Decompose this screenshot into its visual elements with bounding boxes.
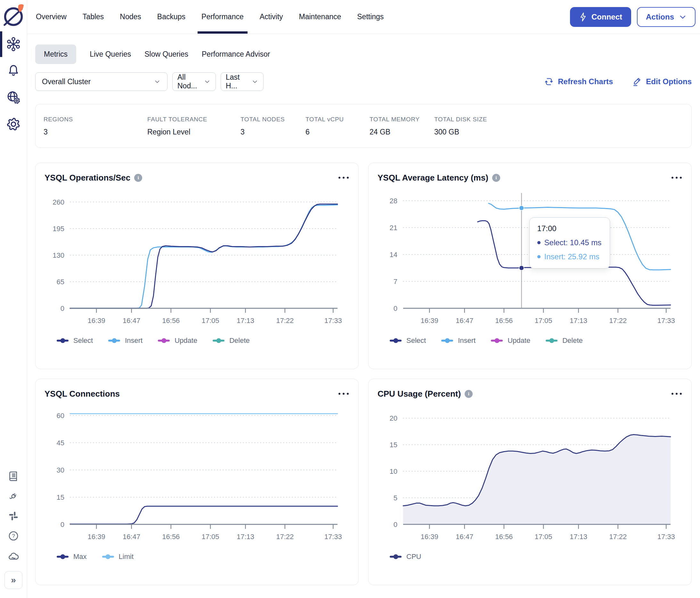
legend-marker-icon: [158, 340, 170, 342]
sidebar-item-alerts-bell[interactable]: [0, 58, 27, 84]
chart-card-ysql-connections: YSQL Connections01530456016:3916:4716:56…: [35, 379, 359, 585]
chart-plot-area: 0714212816:3916:4716:5617:0517:1317:2217…: [378, 188, 682, 333]
time-range-select-value: Last H...: [226, 73, 251, 90]
sidebar-item-slack[interactable]: [8, 511, 19, 521]
svg-text:130: 130: [52, 251, 65, 259]
chart-card-ysql-latency: YSQL Average Latency (ms)i0714212816:391…: [368, 163, 692, 369]
legend-item-max[interactable]: Max: [57, 552, 87, 561]
legend-label: Update: [175, 336, 197, 345]
legend-item-delete[interactable]: Delete: [546, 336, 583, 345]
chart-legend: SelectInsertUpdateDelete: [390, 336, 682, 345]
time-range-select[interactable]: Last H...: [221, 72, 264, 91]
legend-item-cpu[interactable]: CPU: [390, 552, 421, 561]
legend-label: Limit: [119, 552, 133, 561]
legend-label: Insert: [458, 336, 476, 345]
slack-icon: [8, 511, 19, 521]
actions-button-label: Actions: [646, 12, 674, 22]
svg-text:17:05: 17:05: [202, 317, 219, 324]
svg-text:17:05: 17:05: [535, 317, 552, 324]
svg-text:16:39: 16:39: [88, 533, 105, 541]
subtab-live-queries[interactable]: Live Queries: [90, 45, 131, 64]
cluster-select[interactable]: Overall Cluster: [35, 72, 168, 91]
nodes-select[interactable]: All Nod...: [172, 72, 216, 91]
sidebar-item-integrations-plug[interactable]: [8, 490, 19, 502]
legend-item-update[interactable]: Update: [491, 336, 530, 345]
chart-legend: MaxLimit: [57, 552, 349, 561]
subtab-performance-advisor[interactable]: Performance Advisor: [202, 45, 270, 64]
refresh-charts-button[interactable]: Refresh Charts: [544, 77, 613, 86]
edit-options-button[interactable]: Edit Options: [632, 77, 692, 86]
chart-menu-ellipsis-icon[interactable]: [671, 175, 682, 181]
legend-item-delete[interactable]: Delete: [212, 336, 250, 345]
sidebar-item-cluster[interactable]: [0, 31, 27, 58]
svg-text:17:13: 17:13: [570, 317, 587, 324]
chart-menu-ellipsis-icon[interactable]: [671, 391, 682, 397]
info-icon[interactable]: i: [465, 390, 473, 398]
chevron-down-icon: [154, 78, 161, 85]
svg-text:0: 0: [394, 305, 397, 312]
legend-item-limit[interactable]: Limit: [102, 552, 133, 561]
connect-button[interactable]: Connect: [570, 7, 631, 27]
sidebar-item-cloud-status[interactable]: [7, 550, 20, 563]
legend-item-insert[interactable]: Insert: [441, 336, 476, 345]
svg-text:17:22: 17:22: [609, 317, 627, 324]
sidebar: ? »: [0, 0, 27, 598]
subtab-metrics[interactable]: Metrics: [35, 45, 76, 64]
chart-menu-ellipsis-icon[interactable]: [338, 175, 349, 181]
tab-settings[interactable]: Settings: [356, 0, 384, 34]
chart-card-cpu-usage: CPU Usage (Percent)i0510152016:3916:4716…: [368, 379, 692, 585]
cloud-status-icon: [7, 550, 20, 563]
legend-item-select[interactable]: Select: [390, 336, 426, 345]
tab-nodes[interactable]: Nodes: [119, 0, 142, 34]
svg-text:16:56: 16:56: [162, 533, 180, 541]
info-icon[interactable]: i: [492, 174, 500, 182]
chart-plot-area: 0510152016:3916:4716:5617:0517:1317:2217…: [378, 404, 682, 549]
svg-text:16:47: 16:47: [456, 533, 473, 541]
summary-label: TOTAL MEMORY: [370, 116, 434, 123]
tab-activity[interactable]: Activity: [259, 0, 284, 34]
svg-text:?: ?: [12, 533, 15, 539]
cluster-icon: [6, 37, 21, 52]
svg-text:16:47: 16:47: [123, 317, 140, 324]
chart-svg-ysql-ops: 06513019526016:3916:4716:5617:0517:1317:…: [45, 188, 349, 332]
legend-item-insert[interactable]: Insert: [108, 336, 143, 345]
sidebar-item-network-access[interactable]: [0, 84, 27, 111]
svg-text:17:13: 17:13: [236, 533, 254, 541]
tooltip-row-text: Insert: 25.92 ms: [544, 252, 599, 261]
svg-text:10: 10: [390, 467, 397, 475]
legend-marker-icon: [546, 340, 557, 342]
sidebar-item-docs-book[interactable]: [8, 470, 19, 482]
tab-overview[interactable]: Overview: [35, 0, 67, 34]
tab-performance[interactable]: Performance: [201, 0, 244, 34]
legend-item-select[interactable]: Select: [57, 336, 93, 345]
actions-button[interactable]: Actions: [637, 7, 696, 27]
sidebar-item-help[interactable]: ?: [8, 530, 19, 542]
integrations-plug-icon: [8, 490, 19, 502]
chart-menu-ellipsis-icon[interactable]: [338, 391, 349, 397]
info-icon[interactable]: i: [134, 174, 142, 182]
yugabyte-logo-icon[interactable]: [2, 3, 25, 30]
legend-item-update[interactable]: Update: [158, 336, 197, 345]
sidebar-item-settings-gear[interactable]: [0, 111, 27, 138]
summary-label: FAULT TOLERANCE: [147, 116, 241, 123]
svg-text:16:56: 16:56: [495, 533, 513, 541]
help-icon: ?: [8, 530, 19, 542]
tab-maintenance[interactable]: Maintenance: [298, 0, 342, 34]
expand-sidebar-button[interactable]: »: [4, 571, 22, 589]
legend-marker-icon: [57, 340, 69, 342]
svg-text:16:39: 16:39: [88, 317, 105, 324]
tab-backups[interactable]: Backups: [156, 0, 186, 34]
cluster-tabs: OverviewTablesNodesBackupsPerformanceAct…: [35, 0, 384, 34]
svg-text:28: 28: [390, 197, 397, 205]
subtab-slow-queries[interactable]: Slow Queries: [144, 45, 188, 64]
tab-tables[interactable]: Tables: [82, 0, 104, 34]
chart-plot-area: 01530456016:3916:4716:5617:0517:1317:221…: [45, 404, 349, 549]
legend-marker-icon: [212, 340, 224, 342]
summary-label: TOTAL NODES: [241, 116, 305, 123]
refresh-icon: [544, 77, 554, 86]
summary-regions: REGIONS3: [44, 116, 147, 136]
cluster-topbar: OverviewTablesNodesBackupsPerformanceAct…: [27, 0, 700, 34]
svg-text:16:56: 16:56: [162, 317, 180, 324]
svg-text:16:39: 16:39: [421, 317, 439, 324]
legend-label: Insert: [125, 336, 143, 345]
